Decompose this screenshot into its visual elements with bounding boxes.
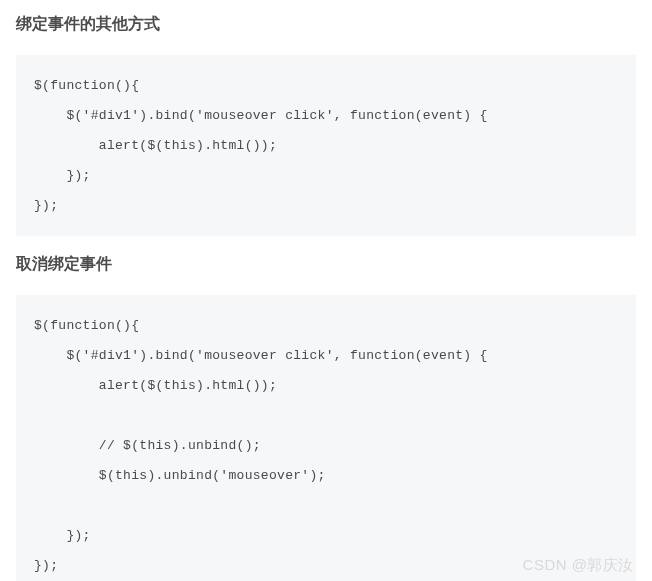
code-block-1[interactable]: $(function(){ $('#div1').bind('mouseover… <box>16 55 636 236</box>
section-heading-2: 取消绑定事件 <box>16 254 636 275</box>
section-heading-1: 绑定事件的其他方式 <box>16 14 636 35</box>
code-block-2[interactable]: $(function(){ $('#div1').bind('mouseover… <box>16 295 636 581</box>
article-container: 绑定事件的其他方式 $(function(){ $('#div1').bind(… <box>0 14 652 581</box>
